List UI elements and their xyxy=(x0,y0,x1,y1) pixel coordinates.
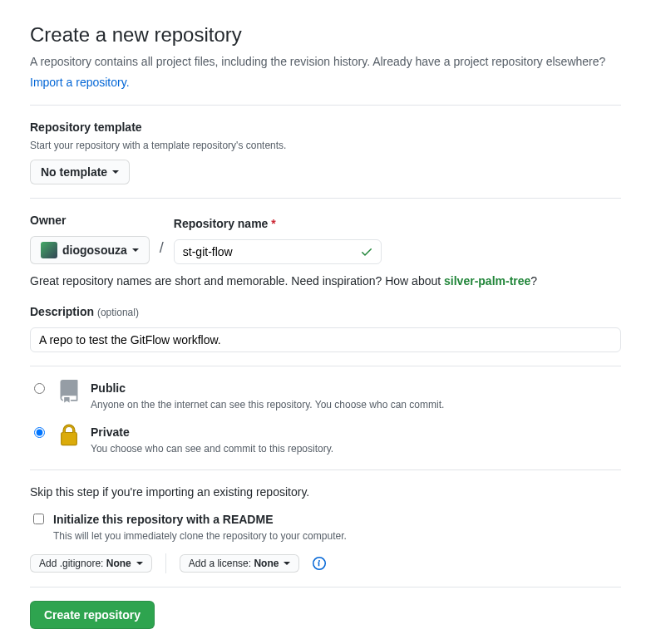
repo-name-input[interactable] xyxy=(174,239,382,264)
chevron-down-icon xyxy=(112,170,119,174)
page-subtitle: A repository contains all project files,… xyxy=(30,53,621,71)
divider-vertical xyxy=(165,553,166,573)
license-select[interactable]: Add a license: None xyxy=(180,554,300,573)
repo-name-label: Repository name * xyxy=(174,215,382,233)
chevron-down-icon xyxy=(284,562,290,565)
lock-icon xyxy=(57,424,81,447)
create-repository-button[interactable]: Create repository xyxy=(30,601,155,629)
gitignore-select[interactable]: Add .gitignore: None xyxy=(30,554,152,573)
visibility-private-radio[interactable] xyxy=(34,427,45,438)
readme-checkbox[interactable] xyxy=(33,514,44,524)
template-select[interactable]: No template xyxy=(30,160,130,184)
readme-label: Initialize this repository with a README xyxy=(53,511,347,528)
divider xyxy=(30,366,621,366)
chevron-down-icon xyxy=(132,248,139,252)
divider xyxy=(30,469,621,470)
private-title: Private xyxy=(91,424,333,441)
divider xyxy=(30,105,621,106)
chevron-down-icon xyxy=(136,562,143,565)
public-title: Public xyxy=(91,380,444,397)
avatar xyxy=(41,242,57,258)
name-hint: Great repository names are short and mem… xyxy=(30,273,621,290)
import-repository-link[interactable]: Import a repository. xyxy=(30,76,130,89)
private-description: You choose who can see and commit to thi… xyxy=(91,441,333,456)
visibility-public-radio[interactable] xyxy=(34,383,45,394)
owner-select[interactable]: diogosouza xyxy=(30,236,150,264)
owner-label: Owner xyxy=(30,212,150,229)
info-icon[interactable] xyxy=(313,557,326,570)
template-description: Start your repository with a template re… xyxy=(30,138,621,153)
slash-separator: / xyxy=(160,237,164,264)
required-indicator: * xyxy=(271,217,275,230)
repo-icon xyxy=(57,380,81,403)
description-label: Description (optional) xyxy=(30,303,621,321)
template-label: Repository template xyxy=(30,119,621,136)
check-icon xyxy=(360,245,373,258)
skip-note: Skip this step if you're importing an ex… xyxy=(30,484,621,501)
description-input[interactable] xyxy=(30,327,621,352)
suggested-name-link[interactable]: silver-palm-tree xyxy=(444,274,530,288)
divider xyxy=(30,587,621,587)
page-title: Create a new repository xyxy=(30,20,621,50)
divider xyxy=(30,198,621,199)
readme-description: This will let you immediately clone the … xyxy=(53,528,347,543)
public-description: Anyone on the the internet can see this … xyxy=(91,397,444,412)
